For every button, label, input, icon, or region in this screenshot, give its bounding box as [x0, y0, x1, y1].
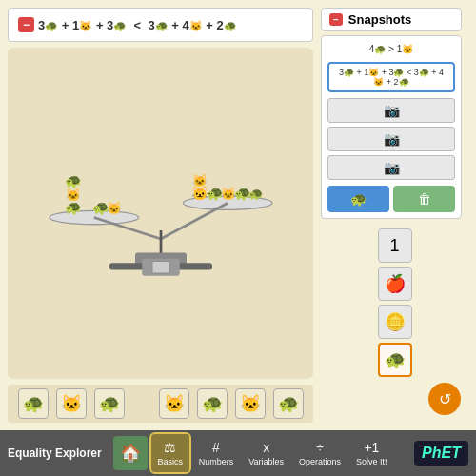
- svg-text:🐱: 🐱: [66, 188, 81, 203]
- item-coin-btn[interactable]: 🪙: [378, 305, 412, 339]
- svg-rect-8: [152, 261, 169, 273]
- token-cat-1[interactable]: 🐱: [56, 388, 87, 419]
- tab-solveit[interactable]: +1 Solve It!: [350, 434, 393, 472]
- token-cat-3[interactable]: 🐱: [235, 388, 266, 419]
- tab-basics[interactable]: ⚖ Basics: [151, 434, 189, 472]
- snapshots-header: − Snapshots: [321, 8, 462, 31]
- app-container: − 3🐢 + 1🐱 + 3🐢 < 3🐢 + 4🐱 + 2🐢: [0, 0, 476, 476]
- tab-basics-icon: ⚖: [164, 440, 176, 455]
- token-turtle-3[interactable]: 🐢: [197, 388, 228, 419]
- home-button[interactable]: 🏠: [113, 436, 148, 470]
- token-turtle-2[interactable]: 🐢: [94, 388, 125, 419]
- minus-badge: −: [18, 17, 34, 32]
- content-area: − 3🐢 + 1🐱 + 3🐢 < 3🐢 + 4🐱 + 2🐢: [0, 0, 476, 430]
- snapshots-panel: − Snapshots 4🐢 > 1🐱 3🐢 + 1🐱 + 3🐢 < 3🐢 + …: [321, 8, 462, 219]
- svg-line-3: [161, 203, 228, 239]
- snapshot-item-1[interactable]: 3🐢 + 1🐱 + 3🐢 < 3🐢 + 4🐱 + 2🐢: [327, 62, 455, 92]
- camera-btn-2[interactable]: 📷: [327, 127, 455, 151]
- snapshots-minus-icon: −: [329, 13, 343, 26]
- tab-numbers[interactable]: # Numbers: [193, 434, 240, 472]
- refresh-container: ↺: [321, 383, 468, 415]
- side-items: 1 🍎 🪙 🐢: [321, 225, 468, 377]
- snap-actions: 🐢 🗑: [327, 186, 455, 212]
- svg-text:🐢: 🐢: [65, 172, 82, 189]
- token-turtle-1[interactable]: 🐢: [18, 388, 49, 419]
- item-apple-btn[interactable]: 🍎: [378, 267, 412, 301]
- animal-tokens-row: 🐢 🐱 🐢 🐱 🐢 🐱 🐢: [8, 385, 313, 423]
- tab-numbers-label: Numbers: [199, 457, 234, 466]
- tab-operations-label: Operations: [299, 457, 341, 466]
- refresh-button[interactable]: ↺: [428, 383, 461, 415]
- tab-numbers-icon: #: [212, 440, 220, 455]
- camera-buttons: 📷 📷 📷: [327, 98, 455, 180]
- tab-variables[interactable]: x Variables: [243, 434, 289, 472]
- restore-btn[interactable]: 🐢: [327, 186, 389, 212]
- app-title: Equality Explorer: [8, 446, 102, 460]
- item-turtle-btn[interactable]: 🐢: [378, 343, 412, 377]
- main-panel: − 3🐢 + 1🐱 + 3🐢 < 3🐢 + 4🐱 + 2🐢: [8, 8, 313, 423]
- tab-solveit-label: Solve It!: [356, 457, 387, 466]
- scale-area: 🐢 🐱 🐢 🐢 🐱 🐱 🐱 🐢 🐱 🐢 🐢: [8, 48, 313, 379]
- equation-display: 3🐢 + 1🐱 + 3🐢 < 3🐢 + 4🐱 + 2🐢: [38, 18, 237, 32]
- tab-solveit-icon: +1: [364, 440, 379, 455]
- delete-btn[interactable]: 🗑: [393, 186, 455, 212]
- toolbar: Equality Explorer 🏠 ⚖ Basics # Numbers x…: [0, 430, 476, 476]
- tab-operations[interactable]: ÷ Operations: [293, 434, 347, 472]
- svg-text:🐱: 🐱: [107, 201, 122, 216]
- tab-variables-label: Variables: [248, 457, 284, 466]
- tab-operations-icon: ÷: [316, 440, 324, 455]
- simple-equation: 4🐢 > 1🐱: [327, 42, 455, 56]
- tab-variables-icon: x: [263, 440, 269, 455]
- svg-text:🐢: 🐢: [65, 199, 82, 216]
- equation-box: − 3🐢 + 1🐱 + 3🐢 < 3🐢 + 4🐱 + 2🐢: [8, 8, 313, 42]
- phet-text: PhET: [422, 445, 461, 461]
- token-turtle-4[interactable]: 🐢: [273, 388, 304, 419]
- scale-svg: 🐢 🐱 🐢 🐢 🐱 🐱 🐱 🐢 🐱 🐢 🐢: [18, 128, 304, 299]
- camera-btn-1[interactable]: 📷: [327, 98, 455, 123]
- item-number-btn[interactable]: 1: [378, 228, 412, 263]
- phet-logo: PhET: [414, 441, 468, 466]
- tab-basics-label: Basics: [157, 457, 183, 466]
- svg-text:🐢: 🐢: [248, 187, 263, 202]
- token-cat-2[interactable]: 🐱: [159, 388, 189, 419]
- snapshots-title: Snapshots: [348, 12, 411, 27]
- snapshots-body: 4🐢 > 1🐱 3🐢 + 1🐱 + 3🐢 < 3🐢 + 4🐱 + 2🐢 📷 📷 …: [321, 35, 462, 219]
- camera-btn-3[interactable]: 📷: [327, 155, 455, 180]
